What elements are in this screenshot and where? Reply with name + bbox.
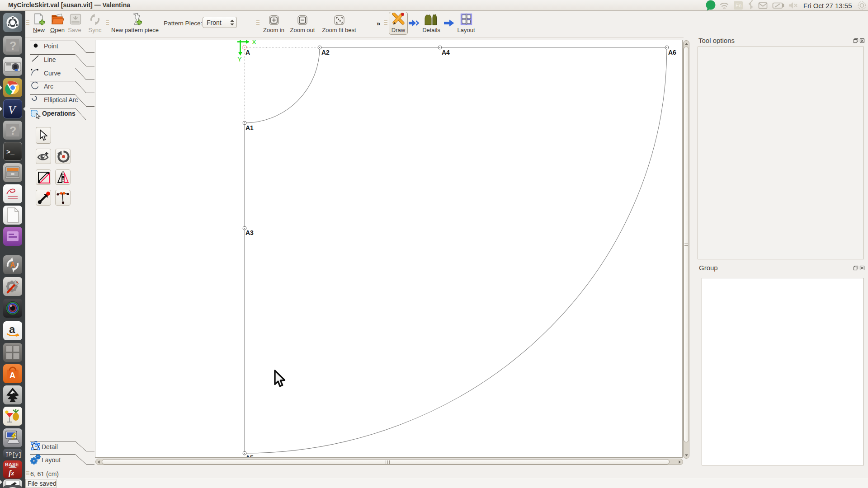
svg-text:a: a — [9, 323, 15, 335]
svg-text:IP[y]:: IP[y]: — [5, 452, 22, 458]
svg-text:A4: A4 — [442, 49, 450, 56]
svg-text:En: En — [736, 3, 741, 8]
svg-text:A: A — [9, 371, 15, 380]
svg-text:A6: A6 — [668, 49, 676, 56]
svg-text:A5: A5 — [245, 454, 254, 457]
svg-text:>_: >_ — [6, 149, 15, 156]
svg-text:?: ? — [9, 124, 16, 137]
svg-text:?: ? — [9, 39, 16, 52]
svg-text:A2: A2 — [321, 49, 330, 56]
svg-text:Y: Y — [237, 55, 242, 63]
svg-text:A3: A3 — [245, 229, 254, 236]
svg-text:A1: A1 — [245, 124, 254, 131]
svg-text:X: X — [252, 40, 256, 46]
svg-text:fz: fz — [9, 469, 14, 477]
svg-text:A: A — [10, 261, 15, 269]
svg-text:V: V — [8, 103, 17, 117]
svg-text:A: A — [245, 49, 250, 56]
